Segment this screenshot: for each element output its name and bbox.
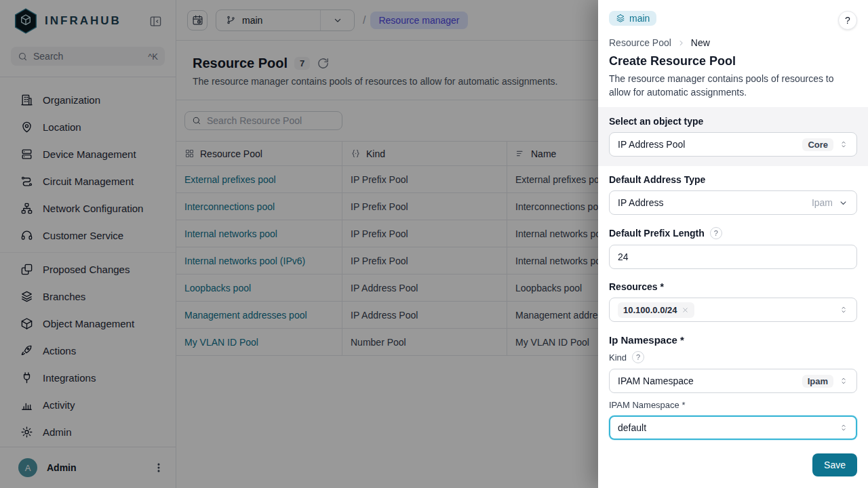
chevron-down-icon xyxy=(838,198,848,208)
default-address-type-value: IP Address xyxy=(618,197,806,208)
resources-label: Resources * xyxy=(609,281,857,292)
remove-chip-icon[interactable] xyxy=(682,306,689,314)
resources-multiselect[interactable]: 10.100.0.0/24 xyxy=(609,298,857,322)
object-type-value: IP Address Pool xyxy=(618,139,797,150)
default-address-type-hint: Ipam xyxy=(812,197,833,208)
default-address-type-select[interactable]: IP Address Ipam xyxy=(609,190,857,215)
default-prefix-length-field xyxy=(609,245,857,269)
field-default-address-type: Default Address Type IP Address Ipam xyxy=(609,174,857,215)
chevrons-up-down-icon xyxy=(839,140,848,149)
drawer-breadcrumb: Resource Pool New xyxy=(609,37,857,48)
resource-chip: 10.100.0.0/24 xyxy=(618,302,694,318)
kind-badge: Ipam xyxy=(802,375,833,388)
save-button[interactable]: Save xyxy=(812,453,857,476)
chevrons-up-down-icon xyxy=(839,423,848,432)
ipam-namespace-select[interactable]: default xyxy=(609,415,857,440)
object-type-badge: Core xyxy=(802,138,833,151)
ipam-namespace-value: default xyxy=(618,422,833,433)
drawer-header: main ? Resource Pool New Create Resource… xyxy=(598,0,868,107)
help-tooltip-icon[interactable]: ? xyxy=(632,351,644,363)
drawer-footer: Save xyxy=(598,453,868,488)
drawer-breadcrumb-parent[interactable]: Resource Pool xyxy=(609,37,671,48)
drawer-description: The resource manager contains pools of r… xyxy=(609,72,857,107)
drawer-breadcrumb-current: New xyxy=(691,37,710,48)
ipam-namespace-label: IPAM Namespace * xyxy=(609,400,685,410)
help-tooltip-icon[interactable]: ? xyxy=(710,227,722,239)
object-type-label: Select an object type xyxy=(609,116,857,127)
kind-label: Kind xyxy=(609,352,627,363)
default-prefix-length-input[interactable] xyxy=(618,251,848,262)
chevrons-up-down-icon xyxy=(839,376,848,386)
object-type-section: Select an object type IP Address Pool Co… xyxy=(598,107,868,166)
drawer-form: Default Address Type IP Address Ipam Def… xyxy=(598,166,868,453)
help-button[interactable]: ? xyxy=(838,11,857,30)
resource-chip-value: 10.100.0.0/24 xyxy=(623,305,677,315)
default-prefix-length-label: Default Prefix Length xyxy=(609,228,705,239)
branch-badge-label: main xyxy=(629,13,650,24)
kind-select[interactable]: IPAM Namespace Ipam xyxy=(609,369,857,393)
object-type-select[interactable]: IP Address Pool Core xyxy=(609,132,857,157)
field-default-prefix-length: Default Prefix Length ? xyxy=(609,227,857,269)
layers-icon xyxy=(616,14,625,23)
field-resources: Resources * 10.100.0.0/24 xyxy=(609,281,857,322)
ip-namespace-label: Ip Namespace * xyxy=(609,334,857,346)
create-resource-pool-drawer: main ? Resource Pool New Create Resource… xyxy=(598,0,868,488)
chevrons-up-down-icon xyxy=(839,305,848,314)
drawer-title: Create Resource Pool xyxy=(609,54,857,68)
field-ip-namespace: Ip Namespace * Kind ? IPAM Namespace Ipa… xyxy=(609,334,857,440)
kind-value: IPAM Namespace xyxy=(618,375,797,386)
branch-badge: main xyxy=(609,11,656,26)
chevron-right-icon xyxy=(677,39,686,47)
default-address-type-label: Default Address Type xyxy=(609,174,857,185)
